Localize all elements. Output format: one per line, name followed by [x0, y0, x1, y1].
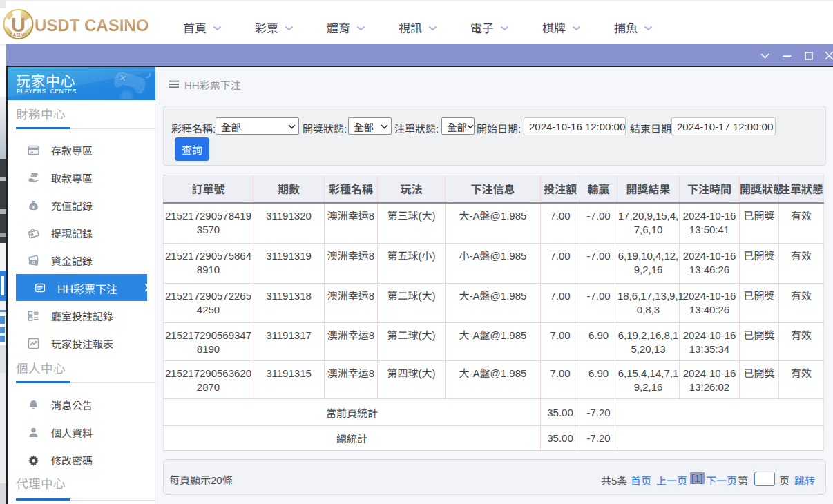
- svg-text:CASINO: CASINO: [10, 32, 27, 37]
